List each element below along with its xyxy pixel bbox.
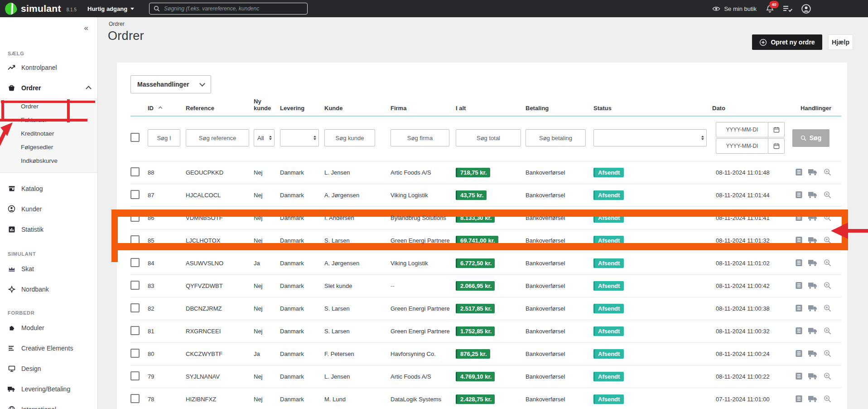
sidebar-item-kontrolpanel[interactable]: Kontrolpanel [0, 57, 97, 78]
details-icon[interactable] [824, 282, 831, 291]
sidebar-item-creative-elements[interactable]: Creative Elements [0, 338, 97, 358]
delivery-icon[interactable] [808, 305, 818, 313]
column-id[interactable]: ID [148, 98, 186, 116]
orders-list-button[interactable] [783, 5, 792, 12]
filter-new-customer-select[interactable]: All [254, 129, 275, 146]
details-icon[interactable] [824, 327, 831, 336]
sidebar-item-katalog[interactable]: Katalog [0, 178, 97, 199]
select-all-checkbox[interactable] [130, 133, 140, 142]
help-button[interactable]: Hjælp [828, 34, 853, 50]
invoice-icon[interactable] [795, 372, 803, 381]
row-select-checkbox[interactable] [130, 258, 140, 267]
invoice-icon[interactable] [795, 350, 803, 359]
details-icon[interactable] [824, 191, 831, 200]
sidebar-item-moduler[interactable]: Moduler [0, 317, 97, 338]
table-row[interactable]: 79 SYJLNANAV Nej Danmark L. Jensen Artic… [130, 365, 841, 388]
delivery-icon[interactable] [808, 350, 818, 358]
calendar-icon[interactable] [768, 138, 785, 154]
sidebar-item-levering-betaling[interactable]: Levering/Betaling [0, 379, 97, 399]
details-icon[interactable] [824, 214, 831, 223]
sidebar-item-international[interactable]: International [0, 399, 97, 409]
invoice-icon[interactable] [795, 259, 803, 268]
bulk-actions-dropdown[interactable]: Massehandlinger [130, 75, 211, 93]
filter-id-input[interactable] [148, 129, 180, 146]
table-row[interactable]: 80 CKCZWYBTF Ja Danmark F. Petersen Havf… [130, 343, 841, 365]
delivery-icon[interactable] [808, 169, 818, 177]
details-icon[interactable] [824, 304, 831, 313]
submenu-item-ordrer[interactable]: Ordrer [0, 100, 97, 113]
table-row[interactable]: 88 GEOUCPKKD Nej Danmark L. Jensen Artic… [130, 161, 841, 184]
filter-company-input[interactable] [391, 129, 449, 146]
filter-payment-input[interactable] [526, 129, 586, 146]
details-icon[interactable] [824, 236, 831, 245]
invoice-icon[interactable] [795, 214, 803, 223]
filter-status-select[interactable] [593, 129, 707, 146]
table-row[interactable]: 82 DBCNZJRMZ Nej Danmark S. Larsen Green… [130, 297, 841, 320]
filter-total-input[interactable] [456, 129, 521, 146]
delivery-icon[interactable] [808, 191, 818, 200]
table-row[interactable]: 84 ASUWVSLNO Ja Danmark A. Jørgensen Vik… [130, 252, 841, 275]
filter-reference-input[interactable] [186, 129, 249, 146]
sidebar-item-statistik[interactable]: Statistik [0, 219, 97, 239]
sort-asc-icon[interactable] [159, 107, 162, 110]
submenu-item-kreditnotaer[interactable]: Kreditnotaer [0, 127, 97, 141]
table-row[interactable]: 83 QYFVZDWBT Nej Danmark Slet kunde -- 2… [130, 275, 841, 297]
invoice-icon[interactable] [795, 236, 803, 245]
row-select-checkbox[interactable] [130, 371, 140, 380]
quick-access-menu[interactable]: Hurtig adgang [87, 5, 134, 12]
sidebar-item-design[interactable]: Design [0, 358, 97, 379]
sidebar-item-ordrer[interactable]: Ordrer [0, 78, 97, 98]
notifications-button[interactable]: 40 [766, 5, 774, 13]
date-to-input[interactable] [716, 138, 768, 154]
sidebar-item-skat[interactable]: Skat [0, 258, 97, 279]
invoice-icon[interactable] [795, 168, 803, 177]
row-select-checkbox[interactable] [130, 349, 140, 358]
row-select-checkbox[interactable] [130, 326, 140, 335]
details-icon[interactable] [824, 350, 831, 359]
invoice-icon[interactable] [795, 191, 803, 200]
row-select-checkbox[interactable] [130, 213, 140, 222]
delivery-icon[interactable] [808, 327, 818, 336]
date-from-input[interactable] [716, 122, 768, 137]
filter-customer-input[interactable] [324, 129, 375, 146]
filter-delivery-select[interactable] [280, 129, 319, 146]
delivery-icon[interactable] [808, 214, 818, 222]
row-select-checkbox[interactable] [130, 281, 140, 290]
search-input[interactable] [163, 5, 303, 12]
create-order-button[interactable]: Opret ny ordre [752, 34, 822, 50]
row-select-checkbox[interactable] [130, 394, 140, 403]
invoice-icon[interactable] [795, 282, 803, 291]
view-shop-link[interactable]: Se min butik [712, 5, 757, 12]
details-icon[interactable] [824, 395, 831, 404]
invoice-icon[interactable] [795, 304, 803, 313]
table-row[interactable]: 81 RXGRNCEEI Nej Danmark S. Larsen Green… [130, 320, 841, 343]
row-select-checkbox[interactable] [130, 167, 140, 176]
delivery-icon[interactable] [808, 373, 818, 381]
submenu-item-fakturaer[interactable]: Fakturaer [0, 113, 97, 127]
details-icon[interactable] [824, 372, 831, 381]
table-row[interactable]: 87 HJCALCOCL Nej Danmark A. Jørgensen Vi… [130, 184, 841, 207]
table-row[interactable]: 78 HIZIBNFXZ Nej Danmark M. Lund DataLog… [130, 388, 841, 409]
table-row[interactable]: 85 LJCLHQTOX Nej Danmark S. Larsen Green… [130, 229, 841, 252]
sidebar-item-nordbank[interactable]: Nordbank [0, 279, 97, 299]
invoice-icon[interactable] [795, 395, 803, 404]
search-submit-button[interactable]: Søg [792, 129, 829, 147]
calendar-icon[interactable] [768, 122, 785, 137]
row-select-checkbox[interactable] [130, 303, 140, 312]
delivery-icon[interactable] [808, 395, 818, 404]
details-icon[interactable] [824, 259, 831, 268]
row-select-checkbox[interactable] [130, 190, 140, 199]
submenu-item-folgesedler[interactable]: Følgesedler [0, 141, 97, 154]
submenu-item-indkobskurve[interactable]: Indkøbskurve [0, 154, 97, 168]
delivery-icon[interactable] [808, 259, 818, 268]
profile-button[interactable] [801, 4, 811, 14]
sidebar-item-kunder[interactable]: Kunder [0, 199, 97, 219]
row-select-checkbox[interactable] [130, 235, 140, 244]
delivery-icon[interactable] [808, 282, 818, 290]
collapse-sidebar-button[interactable]: « [84, 24, 87, 33]
invoice-icon[interactable] [795, 327, 803, 336]
details-icon[interactable] [824, 168, 831, 177]
table-row[interactable]: 86 VDMNBSOTF Nej Danmark I. Andersen Byl… [130, 207, 841, 229]
delivery-icon[interactable] [808, 237, 818, 245]
brand-logo-icon[interactable] [4, 1, 18, 16]
